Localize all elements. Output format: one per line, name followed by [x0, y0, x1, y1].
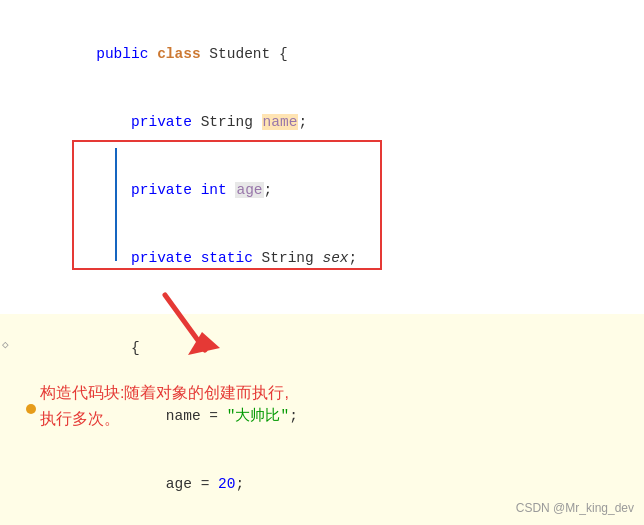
- annotation-line2: 执行多次。: [40, 410, 120, 427]
- code-line-1: public class Student {: [0, 20, 644, 88]
- collapse-icon-6: ◇: [2, 334, 9, 356]
- semicolon-3: ;: [264, 182, 273, 198]
- arrow-svg: [150, 290, 230, 370]
- keyword-private-static: private static: [96, 250, 261, 266]
- line-content-4: private static String sex;: [36, 225, 644, 291]
- line-content-9: }: [36, 519, 644, 525]
- class-name: Student {: [209, 46, 287, 62]
- semicolon-8: ;: [235, 476, 244, 492]
- keyword-int: int: [201, 182, 236, 198]
- code-line-9: ◇ }: [0, 518, 644, 525]
- var-sex-field: sex: [322, 250, 348, 266]
- code-line-6: ◇ {: [0, 314, 644, 382]
- line-content-2: private String name;: [36, 89, 644, 155]
- code-line-5: [0, 292, 644, 314]
- breakpoint-dot: [26, 404, 36, 414]
- type-string-2: String: [201, 114, 262, 130]
- semicolon-7: ;: [289, 408, 298, 424]
- age-assign: age =: [96, 476, 218, 492]
- var-name-field: name: [262, 114, 299, 130]
- semicolon-4: ;: [349, 250, 358, 266]
- blue-vertical-bar: [115, 148, 117, 261]
- code-line-3: private int age;: [0, 156, 644, 224]
- code-area: public class Student { private String na…: [0, 0, 644, 525]
- num-value-20: 20: [218, 476, 235, 492]
- type-string-4: String: [262, 250, 323, 266]
- annotation-line1: 构造代码块:随着对象的创建而执行,: [40, 384, 289, 401]
- var-age-field: age: [235, 182, 263, 198]
- keyword-private-3: private: [96, 182, 200, 198]
- semicolon-2: ;: [298, 114, 307, 130]
- code-line-2: private String name;: [0, 88, 644, 156]
- keyword-class: class: [157, 46, 209, 62]
- arrow-annotation: [150, 290, 230, 370]
- annotation-text: 构造代码块:随着对象的创建而执行, 执行多次。: [40, 380, 289, 431]
- line-content-3: private int age;: [36, 157, 644, 223]
- line-content-6: {: [36, 315, 644, 381]
- line-content-1: public class Student {: [36, 21, 644, 87]
- keyword-public: public: [96, 46, 157, 62]
- keyword-private-2: private: [96, 114, 200, 130]
- watermark: CSDN @Mr_king_dev: [516, 501, 634, 515]
- watermark-text: CSDN @Mr_king_dev: [516, 501, 634, 515]
- code-line-4: private static String sex;: [0, 224, 644, 292]
- open-brace: {: [96, 340, 140, 356]
